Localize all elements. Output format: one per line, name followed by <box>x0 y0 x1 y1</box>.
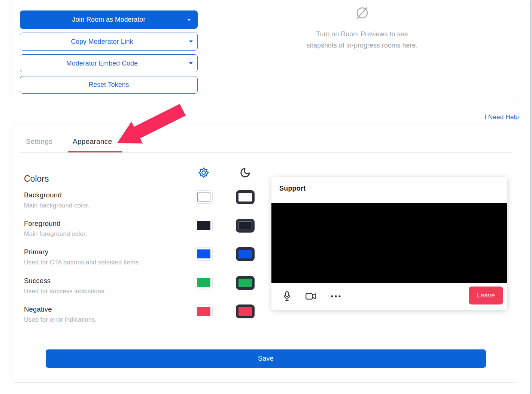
reset-tokens-button[interactable]: Reset Tokens <box>20 76 198 94</box>
previews-off-icon <box>353 5 371 22</box>
primary-dark-swatch[interactable] <box>236 247 255 261</box>
leave-button[interactable]: Leave <box>469 287 503 304</box>
room-previews-hint-line1: Turn on Room Previews to see <box>274 28 450 40</box>
more-options-icon[interactable] <box>331 295 342 298</box>
color-swatch <box>238 307 252 316</box>
success-light-swatch[interactable] <box>195 276 213 290</box>
success-dark-swatch[interactable] <box>236 276 255 290</box>
chevron-down-icon <box>189 62 193 64</box>
room-preview-panel: Support <box>271 177 507 310</box>
color-row-description: Used for error indications. <box>24 316 507 323</box>
tab-settings[interactable]: Settings <box>26 137 52 146</box>
moderator-embed-code-button[interactable]: Moderator Embed Code <box>20 55 184 72</box>
room-previews-hint-line2: snapshots of in-progress rooms here. <box>274 40 450 51</box>
page-left-rule <box>4 0 4 394</box>
colors-section-title: Colors <box>24 174 49 184</box>
need-help-link[interactable]: I Need Help <box>484 113 519 121</box>
camera-icon[interactable] <box>305 292 316 300</box>
color-swatch <box>197 278 210 287</box>
moderator-embed-code-split-button: Moderator Embed Code <box>20 54 198 72</box>
moon-icon[interactable] <box>240 167 251 180</box>
primary-light-swatch[interactable] <box>195 247 213 261</box>
color-swatch <box>238 279 252 287</box>
chevron-down-icon <box>189 40 193 43</box>
background-dark-swatch[interactable] <box>236 190 255 204</box>
tabs-divider <box>20 152 511 153</box>
join-room-as-moderator-button[interactable]: Join Room as Moderator <box>20 10 198 29</box>
chevron-down-icon <box>187 19 191 21</box>
negative-light-swatch[interactable] <box>195 304 213 318</box>
color-swatch <box>197 307 210 316</box>
room-previews-placeholder: Turn on Room Previews to see snapshots o… <box>274 5 450 51</box>
scrollbar[interactable] <box>529 0 532 394</box>
preview-room-title: Support <box>279 185 305 193</box>
join-room-label: Join Room as Moderator <box>72 16 145 24</box>
section-divider <box>24 338 507 338</box>
page: Join Room as Moderator Copy Moderator Li… <box>0 0 532 394</box>
gear-icon[interactable] <box>198 167 209 180</box>
microphone-icon[interactable] <box>283 291 291 302</box>
copy-moderator-link-split-button: Copy Moderator Link <box>20 33 198 51</box>
color-swatch <box>238 221 252 230</box>
color-swatch <box>197 193 210 201</box>
moderator-button-column: Join Room as Moderator Copy Moderator Li… <box>20 10 198 94</box>
foreground-dark-swatch[interactable] <box>236 219 255 233</box>
color-swatch <box>238 193 252 201</box>
tab-appearance[interactable]: Appearance <box>73 137 112 146</box>
copy-moderator-link-button[interactable]: Copy Moderator Link <box>20 33 184 50</box>
moderator-actions-card: Join Room as Moderator Copy Moderator Li… <box>12 0 519 100</box>
video-area <box>271 203 507 283</box>
save-button[interactable]: Save <box>46 349 486 368</box>
color-swatch <box>197 249 210 258</box>
embed-code-dropdown-toggle[interactable] <box>184 55 197 72</box>
background-light-swatch[interactable] <box>195 190 213 204</box>
copy-link-dropdown-toggle[interactable] <box>184 33 197 50</box>
negative-dark-swatch[interactable] <box>236 304 255 318</box>
scrollbar-thumb[interactable] <box>530 0 532 394</box>
foreground-light-swatch[interactable] <box>195 219 213 232</box>
color-swatch <box>238 250 252 258</box>
color-swatch <box>197 221 210 230</box>
